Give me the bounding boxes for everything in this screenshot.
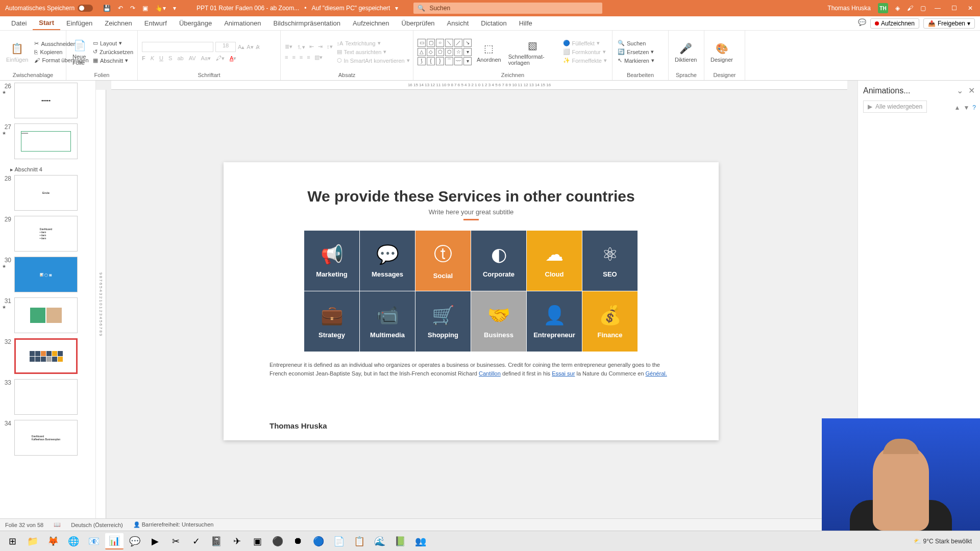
user-avatar[interactable]: TH: [878, 3, 888, 13]
tile-seo[interactable]: ⚛SEO: [582, 231, 638, 291]
tab-aufzeichnen[interactable]: Aufzeichnen: [347, 16, 396, 30]
excel-icon[interactable]: 📗: [391, 533, 409, 549]
minimize-button[interactable]: —: [933, 5, 942, 12]
window-icon[interactable]: ▢: [920, 5, 926, 12]
redo-icon[interactable]: ↷: [130, 5, 135, 12]
todoist-icon[interactable]: ✓: [187, 533, 205, 549]
tile-multimedia[interactable]: 📹Multimedia: [360, 291, 415, 352]
undo-icon[interactable]: ↶: [118, 5, 123, 12]
section-button[interactable]: ▦ Abschnitt ▾: [92, 57, 134, 64]
onenote-icon[interactable]: 📓: [207, 533, 226, 549]
tile-corporate[interactable]: ◐Corporate: [471, 231, 526, 291]
slide-thumb-30[interactable]: 📊 ◯ ▦: [14, 257, 78, 292]
save-icon[interactable]: 💾: [103, 5, 111, 12]
tab-hilfe[interactable]: Hilfe: [513, 16, 538, 30]
pane-close-icon[interactable]: ✕: [968, 86, 975, 95]
arrange-button[interactable]: ⬚Anordnen: [475, 40, 503, 64]
slide-thumb-28[interactable]: Ende: [14, 175, 78, 211]
description-text[interactable]: Entrepreneur it is defined as an individ…: [270, 361, 673, 378]
tab-start[interactable]: Start: [33, 16, 60, 30]
autosave-toggle[interactable]: Automatisches Speichern: [0, 5, 98, 12]
tile-shopping[interactable]: 🛒Shopping: [415, 291, 471, 352]
record-icon[interactable]: ⏺: [289, 533, 307, 549]
diamond-icon[interactable]: ◈: [895, 5, 900, 12]
telegram-icon[interactable]: ✈: [228, 533, 246, 549]
tab-einfuegen[interactable]: Einfügen: [60, 16, 99, 30]
accessibility-status[interactable]: 👤 Barrierefreiheit: Untersuchen: [133, 521, 214, 528]
edge-icon[interactable]: 🌊: [371, 533, 389, 549]
app3-icon[interactable]: 📋: [350, 533, 369, 549]
share-button[interactable]: 📤Freigeben▾: [923, 18, 975, 29]
tile-strategy[interactable]: 💼Strategy: [304, 291, 359, 352]
touch-icon[interactable]: 👆▾: [155, 5, 166, 12]
obs-icon[interactable]: ⚫: [268, 533, 287, 549]
pane-collapse-icon[interactable]: ⌄: [957, 86, 963, 95]
tile-entrepreneur[interactable]: 👤Entrepreneur: [527, 291, 582, 352]
tab-uebergaenge[interactable]: Übergänge: [173, 16, 218, 30]
author-name[interactable]: Thomas Hruska: [270, 421, 327, 430]
spell-icon[interactable]: 📖: [54, 521, 61, 528]
tab-ansicht[interactable]: Ansicht: [441, 16, 475, 30]
language-status[interactable]: Deutsch (Österreich): [71, 522, 122, 528]
snip-icon[interactable]: ✂: [166, 533, 185, 549]
slide-thumb-33[interactable]: [14, 379, 78, 415]
start-button[interactable]: ⊞: [3, 533, 21, 549]
slide-title[interactable]: We provide these Services in other count…: [270, 188, 673, 205]
tab-dictation[interactable]: Dictation: [475, 16, 513, 30]
shapes-gallery[interactable]: ▭▢○＼／↘ △◇⬠⬡☆▾ ⟆{}⌒〰▾: [418, 39, 472, 65]
close-button[interactable]: ✕: [966, 5, 975, 12]
slide-subtitle[interactable]: Write here your great subtitle: [270, 208, 673, 216]
skype-icon[interactable]: 💬: [126, 533, 144, 549]
tab-datei[interactable]: Datei: [5, 16, 33, 30]
slide-canvas[interactable]: 16 15 14 13 12 11 10 9 8 7 6 5 4 3 2 1 0…: [96, 81, 857, 518]
tab-bildschirm[interactable]: Bildschirmpräsentation: [267, 16, 347, 30]
firefox-icon[interactable]: 🦊: [44, 533, 62, 549]
tile-cloud[interactable]: ☁Cloud: [527, 231, 582, 291]
tile-finance[interactable]: 💰Finance: [582, 291, 638, 352]
tile-messages[interactable]: 💬Messages: [360, 231, 415, 291]
slide-thumb-34[interactable]: DashboardKaffeehaus Businessplan: [14, 420, 78, 456]
slide-counter[interactable]: Folie 32 von 58: [5, 522, 43, 528]
weather-widget[interactable]: ⛅ 9°C Stark bewölkt: [914, 538, 972, 545]
comments-icon[interactable]: 💬: [858, 18, 866, 29]
dictate-button[interactable]: 🎤Diktieren: [673, 40, 699, 64]
user-name[interactable]: Thomas Hruska: [827, 5, 871, 12]
replace-button[interactable]: 🔄 Ersetzen ▾: [617, 48, 655, 56]
designer-button[interactable]: 🎨Designer: [708, 40, 735, 64]
select-button[interactable]: ↖ Markieren ▾: [617, 57, 655, 64]
section-header[interactable]: ▸ Abschnitt 4: [2, 164, 93, 175]
teams-icon[interactable]: 👥: [411, 533, 430, 549]
outlook-icon[interactable]: 📧: [85, 533, 103, 549]
find-button[interactable]: 🔍 Suchen: [617, 39, 655, 47]
slide-content[interactable]: We provide these Services in other count…: [224, 162, 719, 440]
tile-marketing[interactable]: 📢Marketing: [304, 231, 359, 291]
slide-thumb-29[interactable]: Dashboard• item• item• item: [14, 216, 78, 252]
tile-business[interactable]: 🤝Business: [471, 291, 526, 352]
slide-thumb-32[interactable]: [14, 338, 78, 374]
slide-thumb-27[interactable]: ═══: [14, 123, 78, 159]
tab-animationen[interactable]: Animationen: [218, 16, 267, 30]
brush-icon[interactable]: 🖌: [907, 5, 913, 12]
chrome-icon[interactable]: 🌐: [64, 533, 83, 549]
more-icon[interactable]: ▾: [173, 5, 176, 12]
tiles-grid[interactable]: 📢Marketing 💬Messages ⓣSocial ◐Corporate …: [304, 231, 638, 352]
powerpoint-icon[interactable]: 📊: [105, 533, 124, 549]
present-icon[interactable]: ▣: [142, 5, 148, 12]
record-button[interactable]: Aufzeichnen: [870, 18, 919, 29]
slide-thumb-26[interactable]: ●●●●●: [14, 83, 78, 118]
tab-entwurf[interactable]: Entwurf: [138, 16, 173, 30]
vlc-icon[interactable]: ▶: [146, 533, 164, 549]
app2-icon[interactable]: 🔵: [309, 533, 328, 549]
app-icon[interactable]: ▣: [248, 533, 266, 549]
slide-thumb-31[interactable]: [14, 297, 78, 333]
tab-ueberpruefen[interactable]: Überprüfen: [396, 16, 441, 30]
chevron-down-icon[interactable]: ▾: [395, 5, 398, 12]
explorer-icon[interactable]: 📁: [23, 533, 42, 549]
word-icon[interactable]: 📄: [330, 533, 348, 549]
tile-social[interactable]: ⓣSocial: [415, 231, 471, 291]
reset-button[interactable]: ↺ Zurücksetzen: [92, 48, 134, 56]
quick-styles-button[interactable]: ▧Schnellformat-vorlagen: [506, 37, 559, 67]
help-icon[interactable]: ?: [972, 104, 976, 111]
layout-button[interactable]: ▭ Layout ▾: [92, 39, 134, 47]
new-slide-button[interactable]: 📄Neue Folie: [70, 37, 89, 67]
